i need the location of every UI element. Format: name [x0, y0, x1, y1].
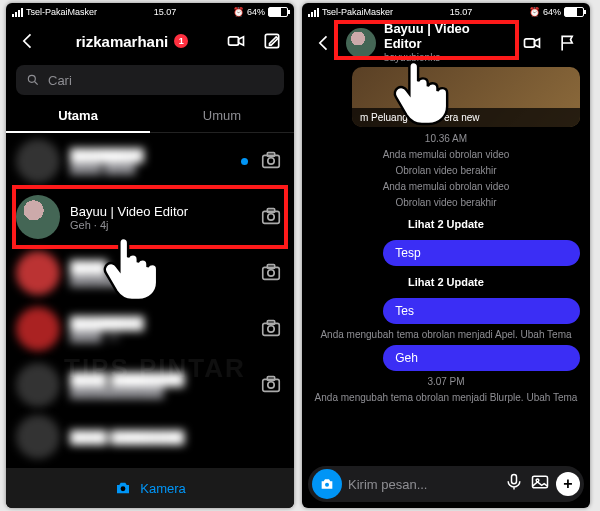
more-button[interactable]: + [556, 472, 580, 496]
status-bar: Tsel-PakaiMasker 15.07 ⏰ 64% [6, 3, 294, 21]
svg-point-23 [325, 483, 329, 487]
video-call-button[interactable] [518, 29, 546, 57]
svg-point-9 [268, 214, 274, 220]
system-message: Anda memulai obrolan video [302, 149, 590, 160]
battery-percent: 64% [543, 7, 561, 17]
composer-placeholder: Kirim pesan... [348, 477, 498, 492]
camera-icon [260, 317, 282, 339]
chevron-left-icon [18, 31, 38, 51]
dm-thread-row[interactable]: ████████████ [6, 245, 294, 301]
row-camera-button[interactable] [260, 261, 284, 285]
clock-label: 15.07 [154, 7, 177, 17]
dm-thread-row-bayuu[interactable]: Bayuu | Video Editor Geh · 4j [6, 189, 294, 245]
avatar [16, 251, 60, 295]
dm-thread-row[interactable]: ████ ████████████████████ [6, 357, 294, 413]
dm-thread-row[interactable]: ████ ████████ [6, 413, 294, 461]
account-switcher[interactable]: rizkamarhani 1 [50, 33, 214, 50]
svg-point-12 [268, 270, 274, 276]
tab-general[interactable]: Umum [150, 99, 294, 133]
dm-inbox-screen: Tsel-PakaiMasker 15.07 ⏰ 64% rizkamarhan… [6, 3, 294, 508]
story-caption: m Peluang baru di era new [352, 108, 580, 127]
timestamp: 3.07 PM [302, 376, 590, 387]
svg-point-18 [268, 382, 274, 388]
message-composer[interactable]: Kirim pesan... + [308, 466, 584, 502]
chat-header[interactable]: Bayuu | Video Editor bayuubionks [302, 21, 590, 65]
see-updates-link[interactable]: Lihat 2 Update [302, 276, 590, 288]
dm-chat-screen: Tsel-PakaiMasker 15.07 ⏰ 64% Bayuu | Vid… [302, 3, 590, 508]
camera-icon [260, 261, 282, 283]
compose-button[interactable] [258, 27, 286, 55]
inbox-tabs: Utama Umum [6, 99, 294, 133]
svg-marker-22 [535, 39, 540, 47]
signal-icon [12, 8, 23, 17]
sent-message[interactable]: Tes [383, 298, 580, 324]
unread-dot-icon [241, 158, 248, 165]
svg-rect-10 [267, 209, 274, 213]
avatar [346, 28, 376, 58]
dm-thread-row[interactable]: ████████████ ████ [6, 133, 294, 189]
tab-primary[interactable]: Utama [6, 99, 150, 133]
avatar [16, 363, 60, 407]
video-icon [522, 33, 542, 53]
chevron-left-icon [314, 33, 334, 53]
svg-rect-0 [229, 37, 239, 45]
signal-icon [308, 8, 319, 17]
unread-badge: 1 [174, 34, 188, 48]
camera-icon [260, 373, 282, 395]
video-call-button[interactable] [222, 27, 250, 55]
story-reply-preview[interactable]: m Peluang baru di era new [352, 67, 580, 127]
svg-rect-13 [267, 265, 274, 269]
image-icon [530, 472, 550, 492]
footer-camera-button[interactable]: Kamera [6, 468, 294, 508]
battery-percent: 64% [247, 7, 265, 17]
sent-message[interactable]: Geh [383, 345, 580, 371]
chat-subtitle: bayuubionks [384, 52, 510, 64]
svg-rect-7 [267, 153, 274, 157]
account-username: rizkamarhani [76, 33, 169, 50]
footer-camera-label: Kamera [140, 481, 186, 496]
see-updates-link[interactable]: Lihat 2 Update [302, 218, 590, 230]
svg-point-15 [268, 326, 274, 332]
svg-rect-16 [267, 321, 274, 325]
clock-label: 15.07 [450, 7, 473, 17]
timestamp: 10.36 AM [302, 133, 590, 144]
row-camera-button[interactable] [260, 205, 284, 229]
system-theme-message[interactable]: Anda mengubah tema obrolan menjadi Blurp… [302, 392, 590, 403]
svg-rect-24 [512, 475, 517, 484]
avatar [16, 139, 60, 183]
camera-icon [114, 479, 132, 497]
avatar [16, 195, 60, 239]
composer-camera-button[interactable] [312, 469, 342, 499]
svg-rect-25 [533, 476, 548, 488]
battery-icon [564, 7, 584, 17]
svg-point-20 [121, 486, 126, 491]
dm-thread-row[interactable]: ████████████ ·2h [6, 301, 294, 357]
inbox-header: rizkamarhani 1 [6, 21, 294, 61]
back-button[interactable] [14, 27, 42, 55]
system-message: Obrolan video berakhir [302, 197, 590, 208]
sent-message[interactable]: Tesp [383, 240, 580, 266]
battery-icon [268, 7, 288, 17]
voice-button[interactable] [504, 472, 524, 496]
system-message: Obrolan video berakhir [302, 165, 590, 176]
status-bar: Tsel-PakaiMasker 15.07 ⏰ 64% [302, 3, 590, 21]
row-camera-button[interactable] [260, 373, 284, 397]
search-placeholder: Cari [48, 73, 72, 88]
row-camera-button[interactable] [260, 317, 284, 341]
microphone-icon [504, 472, 524, 492]
alarm-icon: ⏰ [233, 7, 244, 17]
search-icon [26, 73, 40, 87]
svg-rect-21 [525, 39, 535, 47]
system-message: Anda memulai obrolan video [302, 181, 590, 192]
camera-icon [319, 476, 335, 492]
system-theme-message[interactable]: Anda mengubah tema obrolan menjadi Apel.… [302, 329, 590, 340]
camera-icon [260, 149, 282, 171]
row-camera-button[interactable] [260, 149, 284, 173]
avatar [16, 307, 60, 351]
gallery-button[interactable] [530, 472, 550, 496]
search-field[interactable]: Cari [16, 65, 284, 95]
back-button[interactable] [310, 29, 338, 57]
svg-line-4 [35, 82, 38, 85]
plus-icon: + [563, 475, 572, 493]
report-button[interactable] [554, 29, 582, 57]
